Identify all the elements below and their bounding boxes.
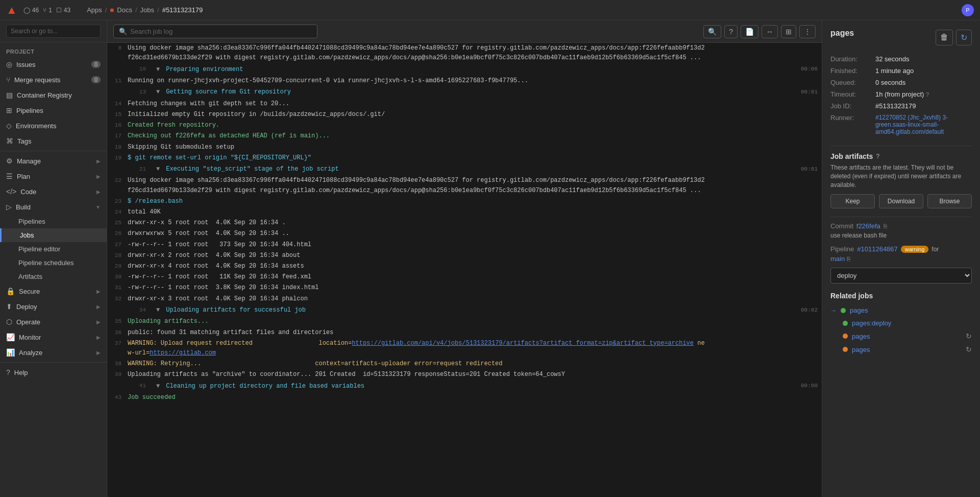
deploy-chevron: ▶ bbox=[96, 304, 101, 310]
raw-icon-btn[interactable]: 📄 bbox=[741, 25, 758, 38]
sidebar-sub-pipeline-schedules[interactable]: Pipeline schedules bbox=[0, 256, 107, 270]
jobs-link[interactable]: Jobs bbox=[140, 6, 154, 14]
log-line: 15 Initialized empty Git repository in /… bbox=[107, 109, 822, 120]
todos-count[interactable]: ☐ 43 bbox=[56, 7, 70, 14]
pipelines-top-label: Pipelines bbox=[16, 107, 43, 114]
log-line: 18 Skipping Git submodules setup bbox=[107, 142, 822, 153]
search-input[interactable] bbox=[6, 25, 101, 38]
stage-select[interactable]: deploy bbox=[830, 268, 972, 283]
log-section-line[interactable]: 10 ▼ Preparing environment 00:06 bbox=[107, 63, 822, 76]
log-section-line[interactable]: 13 ▼ Getting source from Git repository … bbox=[107, 86, 822, 99]
sidebar-item-plan[interactable]: ☰ Plan ▶ bbox=[0, 169, 107, 184]
build-icon: ▷ bbox=[6, 203, 12, 211]
collapse-toggle[interactable]: ▼ bbox=[156, 382, 160, 391]
timeout-help-icon[interactable]: ? bbox=[926, 91, 929, 98]
deploy-label: Deploy bbox=[16, 303, 37, 311]
gitlab-logo: ▲ bbox=[6, 4, 17, 17]
avatar[interactable]: P bbox=[962, 4, 974, 16]
collapse-toggle[interactable]: ▼ bbox=[156, 164, 160, 174]
sidebar-item-monitor[interactable]: 📈 Monitor ▶ bbox=[0, 329, 107, 345]
job-status-green bbox=[841, 308, 846, 313]
related-job-item: → pages bbox=[830, 304, 972, 317]
plan-label: Plan bbox=[17, 173, 30, 180]
job-name[interactable]: pages:deploy bbox=[852, 319, 972, 327]
log-section-line[interactable]: 21 ▼ Executing "step_script" stage of th… bbox=[107, 163, 822, 176]
job-name[interactable]: pages bbox=[852, 333, 962, 340]
job-log-header: 🔍 Search job log 🔍 ? 📄 ↔ ⊞ ⋮ bbox=[107, 20, 822, 43]
sidebar-item-pipelines-top[interactable]: ⊞ Pipelines bbox=[0, 103, 107, 118]
sidebar-sub-jobs[interactable]: Jobs bbox=[0, 228, 107, 242]
mr-badge: 0 bbox=[91, 76, 101, 83]
duration-row: Duration: 32 seconds bbox=[830, 53, 972, 65]
issues-sidebar-icon: ◎ bbox=[6, 60, 12, 68]
project-link[interactable]: Docs bbox=[117, 6, 132, 14]
mr-icon: ⑂ bbox=[6, 76, 10, 84]
retry-icon[interactable]: ↻ bbox=[966, 345, 972, 353]
expand-icon-btn[interactable]: ⊞ bbox=[781, 25, 796, 38]
copy-commit-icon[interactable]: ⎘ bbox=[884, 223, 887, 230]
sidebar-search[interactable] bbox=[0, 20, 107, 42]
topbar: ▲ ◯ 46 ⑂ 1 ☐ 43 Apps / ■ Docs / Jobs / #… bbox=[0, 0, 980, 20]
sidebar-item-secure[interactable]: 🔒 Secure ▶ bbox=[0, 283, 107, 299]
finished-value: 1 minute ago bbox=[875, 67, 972, 75]
help-icon-btn[interactable]: ? bbox=[724, 25, 738, 38]
secure-icon: 🔒 bbox=[6, 287, 15, 295]
collapse-toggle[interactable]: ▼ bbox=[156, 305, 160, 315]
code-icon: </> bbox=[6, 187, 16, 196]
pipeline-section: Pipeline #1011264867 warning for main ⎘ bbox=[830, 245, 972, 263]
branch-name[interactable]: main bbox=[830, 255, 845, 263]
search-icon-btn[interactable]: 🔍 bbox=[703, 25, 721, 38]
sidebar-item-issues[interactable]: ◎ Issues 0 bbox=[0, 57, 107, 72]
search-job-container[interactable]: 🔍 Search job log bbox=[113, 25, 317, 38]
queued-value: 0 seconds bbox=[875, 79, 972, 86]
current-job-arrow: → bbox=[830, 307, 837, 314]
tags-icon: ⌘ bbox=[6, 137, 13, 145]
cancel-job-button[interactable]: 🗑 bbox=[936, 30, 953, 45]
sidebar-item-merge-requests[interactable]: ⑂ Merge requests 0 bbox=[0, 72, 107, 87]
commit-hash[interactable]: f226fefa bbox=[856, 222, 880, 230]
related-job-item: pages:deploy bbox=[830, 317, 972, 329]
log-section-line[interactable]: 41 ▼ Cleaning up project directory and f… bbox=[107, 380, 822, 392]
divider1 bbox=[0, 151, 107, 151]
secure-label: Secure bbox=[19, 288, 40, 295]
pipeline-link[interactable]: #1011264867 bbox=[857, 245, 898, 253]
issues-count[interactable]: ◯ 46 bbox=[23, 7, 39, 14]
sidebar-item-analyze[interactable]: 📊 Analyze ▶ bbox=[0, 345, 107, 360]
sidebar-item-deploy[interactable]: ⬆ Deploy ▶ bbox=[0, 299, 107, 314]
log-line: 22 Using docker image sha256:d3ea83367c9… bbox=[107, 175, 822, 196]
sidebar-sub-pipelines[interactable]: Pipelines bbox=[0, 215, 107, 228]
scroll-icon-btn[interactable]: ↔ bbox=[762, 25, 778, 38]
pipeline-row: Pipeline #1011264867 warning for bbox=[830, 245, 972, 253]
collapse-toggle[interactable]: ▼ bbox=[156, 87, 160, 97]
sidebar-item-operate[interactable]: ⬡ Operate ▶ bbox=[0, 314, 107, 329]
job-log-content[interactable]: 8 Using docker image sha256:d3ea83367c99… bbox=[107, 43, 822, 497]
merge-requests-count[interactable]: ⑂ 1 bbox=[43, 7, 52, 14]
collapse-toggle[interactable]: ▼ bbox=[156, 65, 160, 75]
sidebar-sub-artifacts[interactable]: Artifacts bbox=[0, 270, 107, 283]
operate-label: Operate bbox=[16, 318, 40, 326]
sidebar-item-container-registry[interactable]: ▤ Container Registry bbox=[0, 87, 107, 103]
download-button[interactable]: Download bbox=[879, 194, 923, 208]
sidebar-item-environments[interactable]: ◇ Environments bbox=[0, 118, 107, 133]
job-name[interactable]: pages bbox=[850, 306, 972, 314]
artifacts-help-icon[interactable]: ? bbox=[876, 153, 879, 160]
keep-button[interactable]: Keep bbox=[830, 194, 875, 208]
apps-link[interactable]: Apps bbox=[87, 6, 102, 14]
retry-job-button[interactable]: ↻ bbox=[956, 30, 972, 45]
mr-label: Merge requests bbox=[14, 76, 60, 84]
log-line: 8 Using docker image sha256:d3ea83367c99… bbox=[107, 43, 822, 63]
sidebar: Project ◎ Issues 0 ⑂ Merge requests 0 ▤ … bbox=[0, 20, 107, 497]
sidebar-item-manage[interactable]: ⚙ Manage ▶ bbox=[0, 153, 107, 169]
copy-branch-icon[interactable]: ⎘ bbox=[847, 255, 850, 263]
main-content: 🔍 Search job log 🔍 ? 📄 ↔ ⊞ ⋮ 8 Using doc… bbox=[107, 20, 822, 497]
log-section-line[interactable]: 34 ▼ Uploading artifacts for successful … bbox=[107, 304, 822, 317]
sidebar-item-build[interactable]: ▷ Build ▼ bbox=[0, 199, 107, 215]
sidebar-item-help[interactable]: ? Help bbox=[0, 365, 107, 380]
sidebar-item-code[interactable]: </> Code ▶ bbox=[0, 184, 107, 199]
more-icon-btn[interactable]: ⋮ bbox=[799, 25, 816, 38]
job-name[interactable]: pages bbox=[852, 346, 962, 353]
sidebar-item-tags[interactable]: ⌘ Tags bbox=[0, 133, 107, 149]
sidebar-sub-pipeline-editor[interactable]: Pipeline editor bbox=[0, 242, 107, 256]
browse-button[interactable]: Browse bbox=[927, 194, 972, 208]
retry-icon[interactable]: ↻ bbox=[966, 332, 972, 340]
